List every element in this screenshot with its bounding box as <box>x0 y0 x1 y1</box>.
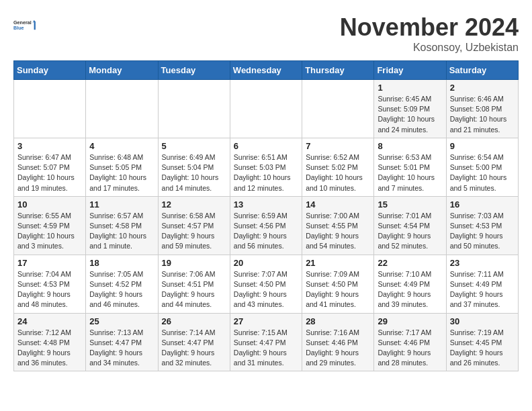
day-info: Sunrise: 7:15 AM Sunset: 4:47 PM Dayligh… <box>234 328 298 369</box>
day-number: 1 <box>378 83 442 93</box>
calendar-week-row: 17Sunrise: 7:04 AM Sunset: 4:53 PM Dayli… <box>14 255 519 313</box>
svg-text:Blue: Blue <box>13 25 24 31</box>
day-info: Sunrise: 7:17 AM Sunset: 4:46 PM Dayligh… <box>378 328 442 369</box>
calendar-cell <box>14 80 86 138</box>
calendar-cell: 10Sunrise: 6:55 AM Sunset: 4:59 PM Dayli… <box>14 196 86 255</box>
day-info: Sunrise: 6:51 AM Sunset: 5:03 PM Dayligh… <box>234 152 298 193</box>
day-number: 18 <box>89 258 154 268</box>
location: Kosonsoy, Uzbekistan <box>340 42 519 54</box>
day-info: Sunrise: 6:47 AM Sunset: 5:07 PM Dayligh… <box>17 152 82 193</box>
weekday-header: Saturday <box>446 61 518 80</box>
day-info: Sunrise: 7:06 AM Sunset: 4:51 PM Dayligh… <box>162 269 226 310</box>
day-info: Sunrise: 6:48 AM Sunset: 5:05 PM Dayligh… <box>89 152 154 193</box>
calendar-cell: 24Sunrise: 7:12 AM Sunset: 4:48 PM Dayli… <box>14 313 86 371</box>
day-info: Sunrise: 7:11 AM Sunset: 4:49 PM Dayligh… <box>450 269 515 310</box>
weekday-header: Wednesday <box>230 61 302 80</box>
day-number: 19 <box>162 258 226 268</box>
calendar-week-row: 10Sunrise: 6:55 AM Sunset: 4:59 PM Dayli… <box>14 196 519 255</box>
day-number: 29 <box>378 316 442 326</box>
calendar-cell: 25Sunrise: 7:13 AM Sunset: 4:47 PM Dayli… <box>86 313 158 371</box>
day-number: 9 <box>450 141 515 151</box>
calendar-cell: 11Sunrise: 6:57 AM Sunset: 4:58 PM Dayli… <box>86 196 158 255</box>
day-info: Sunrise: 7:13 AM Sunset: 4:47 PM Dayligh… <box>89 328 154 369</box>
calendar-cell: 12Sunrise: 6:58 AM Sunset: 4:57 PM Dayli… <box>158 196 230 255</box>
calendar-cell: 5Sunrise: 6:49 AM Sunset: 5:04 PM Daylig… <box>158 138 230 196</box>
day-info: Sunrise: 7:10 AM Sunset: 4:49 PM Dayligh… <box>378 269 442 310</box>
calendar-cell: 1Sunrise: 6:45 AM Sunset: 5:09 PM Daylig… <box>374 80 446 138</box>
calendar-cell <box>86 80 158 138</box>
calendar-week-row: 24Sunrise: 7:12 AM Sunset: 4:48 PM Dayli… <box>14 313 519 371</box>
day-info: Sunrise: 7:04 AM Sunset: 4:53 PM Dayligh… <box>17 269 82 310</box>
calendar-week-row: 1Sunrise: 6:45 AM Sunset: 5:09 PM Daylig… <box>14 80 519 138</box>
calendar-cell: 8Sunrise: 6:53 AM Sunset: 5:01 PM Daylig… <box>374 138 446 196</box>
calendar-cell: 28Sunrise: 7:16 AM Sunset: 4:46 PM Dayli… <box>302 313 374 371</box>
calendar-header-row: SundayMondayTuesdayWednesdayThursdayFrid… <box>14 61 519 80</box>
calendar-cell: 3Sunrise: 6:47 AM Sunset: 5:07 PM Daylig… <box>14 138 86 196</box>
day-info: Sunrise: 6:52 AM Sunset: 5:02 PM Dayligh… <box>306 152 370 193</box>
calendar-body: 1Sunrise: 6:45 AM Sunset: 5:09 PM Daylig… <box>14 80 519 371</box>
day-info: Sunrise: 7:12 AM Sunset: 4:48 PM Dayligh… <box>17 328 82 369</box>
day-number: 15 <box>378 199 442 210</box>
day-info: Sunrise: 6:54 AM Sunset: 5:00 PM Dayligh… <box>450 152 515 193</box>
calendar-cell: 19Sunrise: 7:06 AM Sunset: 4:51 PM Dayli… <box>158 255 230 313</box>
day-number: 14 <box>306 199 370 210</box>
day-number: 25 <box>89 316 154 326</box>
weekday-header: Sunday <box>14 61 86 80</box>
day-info: Sunrise: 6:46 AM Sunset: 5:08 PM Dayligh… <box>450 94 515 135</box>
calendar-table: SundayMondayTuesdayWednesdayThursdayFrid… <box>13 60 519 371</box>
calendar-cell: 17Sunrise: 7:04 AM Sunset: 4:53 PM Dayli… <box>14 255 86 313</box>
logo-icon: GeneralBlue <box>13 13 38 38</box>
day-number: 4 <box>89 141 154 151</box>
day-number: 5 <box>162 141 226 151</box>
day-info: Sunrise: 7:07 AM Sunset: 4:50 PM Dayligh… <box>234 269 298 310</box>
logo: GeneralBlue <box>13 13 38 38</box>
day-number: 16 <box>450 199 515 210</box>
day-number: 20 <box>234 258 298 268</box>
day-number: 26 <box>162 316 226 326</box>
calendar-cell: 4Sunrise: 6:48 AM Sunset: 5:05 PM Daylig… <box>86 138 158 196</box>
calendar-cell <box>302 80 374 138</box>
day-number: 30 <box>450 316 515 326</box>
day-info: Sunrise: 7:16 AM Sunset: 4:46 PM Dayligh… <box>306 328 370 369</box>
page-header: GeneralBlue November 2024 Kosonsoy, Uzbe… <box>13 13 519 54</box>
day-info: Sunrise: 6:58 AM Sunset: 4:57 PM Dayligh… <box>162 211 226 252</box>
calendar-cell: 7Sunrise: 6:52 AM Sunset: 5:02 PM Daylig… <box>302 138 374 196</box>
day-number: 2 <box>450 83 515 93</box>
title-block: November 2024 Kosonsoy, Uzbekistan <box>340 13 519 54</box>
calendar-cell: 2Sunrise: 6:46 AM Sunset: 5:08 PM Daylig… <box>446 80 518 138</box>
day-number: 24 <box>17 316 82 326</box>
day-info: Sunrise: 6:49 AM Sunset: 5:04 PM Dayligh… <box>162 152 226 193</box>
day-number: 8 <box>378 141 442 151</box>
calendar-cell: 26Sunrise: 7:14 AM Sunset: 4:47 PM Dayli… <box>158 313 230 371</box>
calendar-cell: 29Sunrise: 7:17 AM Sunset: 4:46 PM Dayli… <box>374 313 446 371</box>
day-info: Sunrise: 7:14 AM Sunset: 4:47 PM Dayligh… <box>162 328 226 369</box>
day-info: Sunrise: 6:45 AM Sunset: 5:09 PM Dayligh… <box>378 94 442 135</box>
calendar-cell: 18Sunrise: 7:05 AM Sunset: 4:52 PM Dayli… <box>86 255 158 313</box>
day-number: 12 <box>162 199 226 210</box>
day-info: Sunrise: 7:05 AM Sunset: 4:52 PM Dayligh… <box>89 269 154 310</box>
calendar-cell: 21Sunrise: 7:09 AM Sunset: 4:50 PM Dayli… <box>302 255 374 313</box>
day-number: 23 <box>450 258 515 268</box>
weekday-header: Thursday <box>302 61 374 80</box>
day-info: Sunrise: 6:57 AM Sunset: 4:58 PM Dayligh… <box>89 211 154 252</box>
svg-text:General: General <box>13 19 32 26</box>
weekday-header: Monday <box>86 61 158 80</box>
day-info: Sunrise: 6:53 AM Sunset: 5:01 PM Dayligh… <box>378 152 442 193</box>
day-number: 27 <box>234 316 298 326</box>
calendar-cell: 22Sunrise: 7:10 AM Sunset: 4:49 PM Dayli… <box>374 255 446 313</box>
weekday-header: Tuesday <box>158 61 230 80</box>
day-info: Sunrise: 7:19 AM Sunset: 4:45 PM Dayligh… <box>450 328 515 369</box>
day-number: 28 <box>306 316 370 326</box>
calendar-cell <box>230 80 302 138</box>
calendar-cell <box>158 80 230 138</box>
day-number: 6 <box>234 141 298 151</box>
calendar-cell: 20Sunrise: 7:07 AM Sunset: 4:50 PM Dayli… <box>230 255 302 313</box>
calendar-cell: 27Sunrise: 7:15 AM Sunset: 4:47 PM Dayli… <box>230 313 302 371</box>
day-number: 11 <box>89 199 154 210</box>
calendar-cell: 13Sunrise: 6:59 AM Sunset: 4:56 PM Dayli… <box>230 196 302 255</box>
day-info: Sunrise: 7:03 AM Sunset: 4:53 PM Dayligh… <box>450 211 515 252</box>
day-info: Sunrise: 7:00 AM Sunset: 4:55 PM Dayligh… <box>306 211 370 252</box>
day-number: 21 <box>306 258 370 268</box>
calendar-cell: 15Sunrise: 7:01 AM Sunset: 4:54 PM Dayli… <box>374 196 446 255</box>
day-number: 3 <box>17 141 82 151</box>
